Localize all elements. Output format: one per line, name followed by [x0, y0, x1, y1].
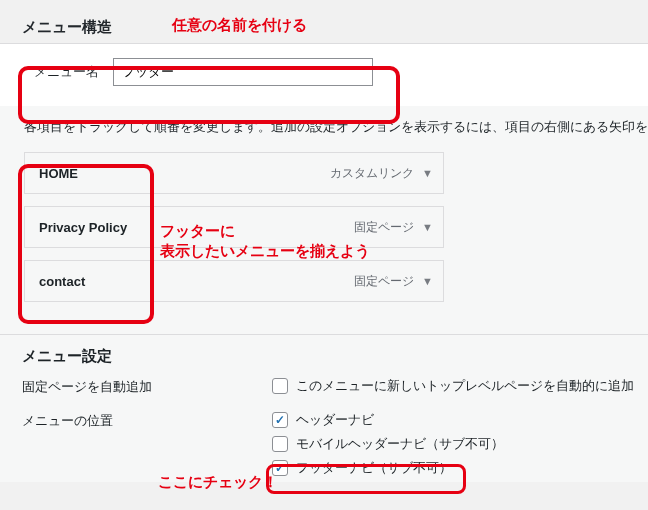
chevron-down-icon[interactable]: ▼	[422, 275, 433, 287]
checkbox-header-nav[interactable]: ✓	[272, 412, 288, 428]
chevron-down-icon[interactable]: ▼	[422, 167, 433, 179]
drag-instruction-text: 各項目をドラッグして順番を変更します。追加の設定オプションを表示するには、項目の…	[0, 106, 648, 148]
menu-name-input[interactable]	[113, 58, 373, 86]
location-footer-nav: フッターナビ（サブ不可）	[296, 458, 452, 478]
menu-name-label: メニュー名	[34, 63, 99, 81]
menu-name-row: メニュー名	[0, 44, 648, 106]
menu-location-label: メニューの位置	[22, 410, 272, 430]
menu-item-label: contact	[39, 274, 85, 289]
chevron-down-icon[interactable]: ▼	[422, 221, 433, 233]
location-header-nav: ヘッダーナビ	[296, 410, 374, 430]
menu-item-type: 固定ページ ▼	[354, 273, 433, 290]
section-title-menu-settings: メニュー設定	[22, 341, 648, 376]
menu-item-type: カスタムリンク ▼	[330, 165, 433, 182]
auto-add-pages-label: 固定ページを自動追加	[22, 376, 272, 396]
section-title-menu-structure: メニュー構造	[0, 18, 648, 43]
menu-item-type: 固定ページ ▼	[354, 219, 433, 236]
menu-items-list: HOME カスタムリンク ▼ Privacy Policy 固定ページ ▼ co…	[0, 148, 648, 334]
menu-item[interactable]: Privacy Policy 固定ページ ▼	[24, 206, 444, 248]
checkbox-auto-add[interactable]	[272, 378, 288, 394]
menu-item[interactable]: HOME カスタムリンク ▼	[24, 152, 444, 194]
checkbox-footer-nav[interactable]: ✓	[272, 460, 288, 476]
menu-item-label: HOME	[39, 166, 78, 181]
menu-item[interactable]: contact 固定ページ ▼	[24, 260, 444, 302]
checkbox-mobile-header-nav[interactable]	[272, 436, 288, 452]
menu-settings-section: メニュー設定 固定ページを自動追加 このメニューに新しいトップレベルページを自動…	[0, 334, 648, 482]
menu-item-label: Privacy Policy	[39, 220, 127, 235]
location-mobile-header-nav: モバイルヘッダーナビ（サブ不可）	[296, 434, 504, 454]
auto-add-pages-text: このメニューに新しいトップレベルページを自動的に追加	[296, 376, 634, 396]
